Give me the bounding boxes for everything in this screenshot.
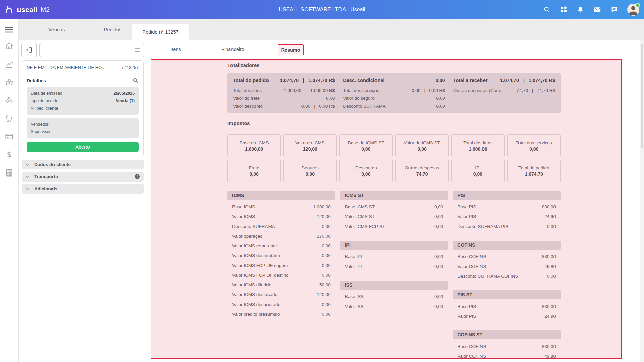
- tax-detail-row: Valor ISS 0,00: [340, 301, 448, 311]
- tax-detail-row: Base ISS 0,00: [340, 292, 448, 301]
- tax-summary-box: IPI 0,00: [451, 160, 504, 182]
- tax-row-label: Base COFINS: [457, 254, 486, 259]
- tax-detail-table: ISS Base ISS 0,00: [340, 281, 448, 311]
- panel-section[interactable]: Adicionais i: [22, 184, 144, 194]
- field-label: Tipo do pedido: [31, 97, 58, 105]
- tax-detail-row: Valor ICMS destacado 120,00: [227, 290, 335, 299]
- calculator-icon[interactable]: [5, 168, 14, 177]
- dollar-icon[interactable]: [5, 150, 14, 159]
- tax-detail-row: Valor COFINS 49,80: [453, 351, 561, 359]
- tax-detail-row: Valor ICMS desonerado 0,00: [227, 299, 335, 309]
- tax-row-label: Valor ICMS FCP UF destino: [232, 273, 289, 278]
- user-avatar[interactable]: [627, 4, 639, 16]
- tax-column: PIS Base PIS 830,00: [453, 191, 561, 359]
- tax-row-label: Desconto SUFRAMA COFINS: [457, 274, 518, 279]
- details-search-icon[interactable]: [132, 77, 139, 84]
- apps-icon[interactable]: [560, 6, 567, 13]
- tax-row-value: 170,00: [317, 234, 330, 239]
- totalizer-label: Outras despesas (Com...: [453, 87, 504, 94]
- tax-row-label: Valor ICMS FCP ST: [345, 224, 385, 229]
- tax-box-label: Total do pedido: [518, 165, 549, 170]
- menu-icon[interactable]: [5, 27, 13, 33]
- totalizer-label: Total do pedido: [233, 77, 269, 84]
- tax-row-label: Valor COFINS: [457, 264, 486, 269]
- tax-row-value: 0,00: [547, 274, 556, 279]
- tab-resumo[interactable]: Resumo: [278, 44, 304, 55]
- totalizer-row: Total dos itens 1.000,00 | 1.000,00 R$: [233, 87, 335, 94]
- tab-financeiro[interactable]: Financeiro: [208, 40, 258, 59]
- tax-row-value: 0,00: [434, 264, 443, 269]
- tax-row-value: 0,00: [322, 302, 330, 307]
- search-icon[interactable]: [543, 6, 550, 13]
- panel-section[interactable]: Transporte i: [22, 172, 144, 182]
- tax-detail-row: Valor PIS 24,90: [453, 311, 561, 321]
- scrollbar-thumb[interactable]: [641, 44, 643, 148]
- tax-detail-row: Base PIS 830,00: [453, 301, 561, 311]
- totalizers-title: Totalizadores: [227, 62, 621, 69]
- panel-section[interactable]: Dados do cliente i: [22, 160, 144, 169]
- tax-summary-box: Total do pedido 1.074,70: [507, 160, 561, 182]
- tax-row-label: Valor IPI: [345, 264, 362, 269]
- tax-row-label: Base ICMS ST: [345, 204, 375, 209]
- details-title: Detalhes: [27, 78, 46, 83]
- totalizer-value: 1.074,70 | 1.074,70 R$: [500, 77, 555, 84]
- tax-summary-box: Total dos serviços 0,00: [507, 134, 561, 157]
- exit-button[interactable]: [21, 43, 37, 57]
- tax-detail-row: Valor ICMS FCP UF destino 0,00: [227, 270, 335, 280]
- impostos-box-row: Frete 0,00 Seguros 0,00 Descontos: [227, 160, 561, 182]
- cart-plus-icon[interactable]: [5, 114, 14, 123]
- tax-table-title: ICMS: [227, 191, 335, 200]
- app-header: useall M2 USEALL SOFTWARE LTDA - Useall: [0, 0, 644, 19]
- tax-detail-row: Base COFINS 830,00: [453, 252, 561, 262]
- totalizer-value: 0,00: [436, 102, 445, 110]
- tax-row-value: 830,00: [542, 254, 556, 259]
- search-input[interactable]: [43, 48, 135, 53]
- tax-summary-box: Total dos itens 1.000,00: [451, 134, 504, 157]
- tax-row-label: Valor ICMS diferido: [232, 282, 271, 287]
- tax-detail-row: Valor ICMS destinatário 0,00: [227, 251, 335, 260]
- status-button-aberto[interactable]: Aberto: [27, 142, 139, 152]
- tax-summary-box: Descontos 0,00: [339, 160, 393, 182]
- tax-box-label: Outras despesas: [405, 165, 439, 170]
- totalizer-label: Valor do frete: [233, 94, 260, 102]
- chevron-down-icon: [26, 163, 30, 166]
- tax-row-value: 50,00: [319, 282, 331, 287]
- basket-icon[interactable]: [5, 78, 14, 87]
- sales-chart-icon[interactable]: [5, 59, 14, 69]
- tab-itens[interactable]: Itens: [150, 40, 201, 59]
- tax-box-value: 1.000,00: [245, 146, 263, 152]
- tax-summary-box: Base do ICMS 1.000,00: [227, 134, 281, 157]
- tax-table-title: COFINS ST: [453, 330, 561, 339]
- credit-card-icon[interactable]: [5, 132, 14, 141]
- totalizer-value: 0,00: [326, 94, 335, 102]
- tax-row-label: Base COFINS: [457, 344, 486, 349]
- totalizer-column: Desc. condicional 0,00 Total dos serviço…: [343, 77, 445, 110]
- tax-row-value: 0,00: [322, 224, 330, 229]
- tax-summary-box: Base do ICMS ST 0,00: [339, 134, 393, 157]
- mail-icon[interactable]: [594, 6, 601, 13]
- tax-detail-row: Valor IPI 0,00: [340, 262, 448, 271]
- tax-detail-table: COFINS ST Base COFINS 830,00: [453, 330, 561, 359]
- totalizer-label: Valor desconto: [233, 102, 263, 110]
- search-menu-icon[interactable]: [135, 48, 141, 52]
- tax-detail-row: Valor ICMS FCP ST 0,00: [340, 222, 448, 231]
- chat-icon[interactable]: [610, 6, 618, 13]
- totalizer-row: Valor do seguro 0,00: [343, 94, 445, 102]
- info-icon: i: [135, 174, 140, 179]
- home-icon[interactable]: [5, 41, 14, 50]
- tax-row-value: 0,00: [322, 312, 330, 317]
- tax-summary-box: Valor do ICMS 120,00: [283, 134, 336, 157]
- main-content: Itens Financeiro Resumo Totalizadores To…: [147, 40, 644, 362]
- tax-box-value: 0,00: [473, 171, 482, 177]
- notifications-icon[interactable]: [577, 6, 584, 13]
- products-cubes-icon[interactable]: [5, 96, 14, 105]
- totalizer-row: Outras despesas (Com... 74,70 | 74,70 R$: [453, 87, 555, 94]
- tax-row-value: 0,00: [547, 224, 556, 229]
- tax-row-value: 830,00: [542, 304, 556, 309]
- vertical-scrollbar[interactable]: [640, 40, 644, 362]
- people-box: Vendedor Supervisor: [27, 118, 139, 138]
- tab-pedido-13257[interactable]: Pedido n° 13257: [132, 24, 189, 40]
- tax-summary-box: Valor do ICMS ST 0,00: [395, 134, 449, 157]
- impostos-box-row: Base do ICMS 1.000,00 Valor do ICMS 120,…: [227, 134, 561, 157]
- tax-row-value: 0,00: [434, 294, 443, 299]
